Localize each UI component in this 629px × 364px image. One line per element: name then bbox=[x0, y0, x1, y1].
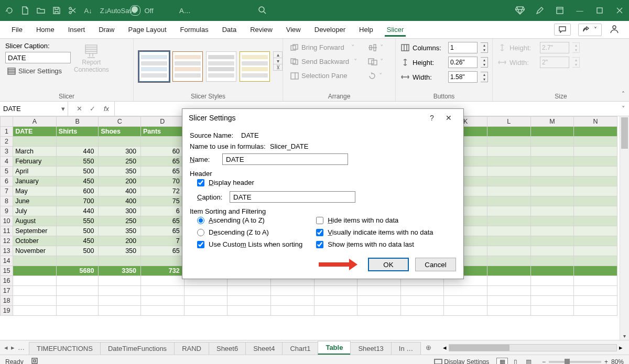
cell[interactable] bbox=[574, 137, 617, 147]
cell[interactable] bbox=[574, 226, 617, 236]
column-header[interactable]: N bbox=[574, 117, 617, 127]
cell[interactable] bbox=[574, 147, 617, 157]
toggle-switch-icon[interactable] bbox=[130, 5, 140, 16]
cell[interactable] bbox=[13, 306, 57, 316]
column-header[interactable]: D bbox=[141, 117, 185, 127]
cell[interactable] bbox=[530, 276, 574, 286]
pen-icon[interactable] bbox=[535, 5, 545, 16]
open-folder-icon[interactable] bbox=[36, 5, 46, 16]
add-sheet-button[interactable]: ⊕ bbox=[420, 344, 437, 351]
slicer-settings-button[interactable]: Slicer Settings bbox=[5, 65, 71, 76]
cell[interactable]: 75 bbox=[141, 196, 185, 206]
button-height-input[interactable] bbox=[448, 57, 478, 68]
sheet-tab[interactable]: In … bbox=[391, 342, 421, 355]
menu-slicer[interactable]: Slicer bbox=[385, 23, 406, 37]
cell[interactable]: 350 bbox=[99, 246, 141, 256]
row-header[interactable]: 18 bbox=[1, 296, 13, 306]
cell[interactable]: August bbox=[13, 216, 57, 226]
cell[interactable] bbox=[184, 296, 227, 306]
sheet-tab[interactable]: Sheet4 bbox=[245, 342, 283, 355]
use-custom-lists-checkbox[interactable]: Use Custom Lists when sorting bbox=[197, 240, 302, 248]
menu-review[interactable]: Review bbox=[248, 23, 275, 37]
cell[interactable] bbox=[530, 286, 574, 296]
row-header[interactable]: 16 bbox=[1, 276, 13, 286]
cell[interactable]: 200 bbox=[99, 236, 141, 246]
cell[interactable]: February bbox=[13, 157, 57, 167]
horizontal-scrollbar[interactable]: ◂ ▸ bbox=[437, 344, 629, 351]
cell[interactable] bbox=[13, 296, 57, 306]
cell[interactable]: 440 bbox=[56, 147, 99, 157]
cell[interactable]: 6 bbox=[141, 206, 185, 216]
cell[interactable]: March bbox=[13, 147, 57, 157]
cell[interactable]: DATE bbox=[13, 127, 57, 137]
account-icon[interactable] bbox=[609, 24, 620, 36]
cell[interactable] bbox=[184, 306, 227, 316]
column-header[interactable]: L bbox=[487, 117, 531, 127]
cell[interactable] bbox=[99, 286, 141, 296]
cell[interactable]: 700 bbox=[56, 196, 99, 206]
cell[interactable]: 600 bbox=[56, 186, 99, 196]
cell[interactable] bbox=[574, 177, 617, 186]
cell[interactable]: 300 bbox=[99, 147, 141, 157]
cell[interactable] bbox=[357, 296, 401, 306]
slicer-caption-input[interactable] bbox=[5, 52, 71, 63]
cell[interactable] bbox=[487, 127, 531, 137]
sheet-tab[interactable]: Chart1 bbox=[282, 342, 318, 355]
spinner-buttons[interactable]: ▴▾ bbox=[481, 42, 488, 53]
cell[interactable] bbox=[141, 296, 185, 306]
sheet-tab[interactable]: Sheet6 bbox=[209, 342, 246, 355]
name-box-dropdown-icon[interactable]: ▾ bbox=[59, 105, 68, 113]
cell[interactable]: 65 bbox=[141, 157, 185, 167]
cell[interactable] bbox=[99, 306, 141, 316]
cell[interactable]: 65 bbox=[141, 246, 185, 256]
cell[interactable] bbox=[574, 296, 617, 306]
sheet-tab[interactable]: Table bbox=[318, 341, 351, 355]
cell[interactable] bbox=[487, 296, 531, 306]
cell[interactable]: 200 bbox=[99, 177, 141, 186]
style-swatch[interactable] bbox=[172, 51, 203, 82]
cell[interactable] bbox=[141, 306, 185, 316]
cell[interactable]: 500 bbox=[56, 167, 99, 177]
cell[interactable] bbox=[56, 286, 99, 296]
style-swatch[interactable] bbox=[206, 51, 236, 82]
window-options-icon[interactable] bbox=[555, 5, 565, 16]
row-header[interactable]: 4 bbox=[1, 157, 13, 167]
cell[interactable] bbox=[487, 236, 531, 246]
column-header[interactable]: B bbox=[56, 117, 99, 127]
scroll-left-icon[interactable]: ◂ bbox=[441, 344, 449, 351]
comments-button[interactable] bbox=[554, 24, 571, 36]
cell[interactable]: 350 bbox=[99, 167, 141, 177]
sort-asc-icon[interactable]: A↓ bbox=[83, 5, 93, 16]
cell[interactable] bbox=[184, 286, 227, 296]
gallery-more-button[interactable]: ▴▾⊻ bbox=[273, 51, 283, 71]
menu-home[interactable]: Home bbox=[34, 23, 57, 37]
column-header[interactable]: A bbox=[13, 117, 57, 127]
sheet-nav-prev-icon[interactable]: ◂ bbox=[4, 344, 8, 351]
column-header[interactable]: M bbox=[530, 117, 574, 127]
menu-data[interactable]: Data bbox=[220, 23, 238, 37]
cell[interactable] bbox=[13, 286, 57, 296]
cell[interactable] bbox=[574, 157, 617, 167]
hide-no-data-checkbox[interactable]: Hide items with no data bbox=[316, 216, 433, 224]
cell[interactable] bbox=[574, 306, 617, 316]
cell[interactable] bbox=[400, 296, 444, 306]
expand-formula-bar-icon[interactable]: ˅ bbox=[617, 105, 629, 113]
normal-view-icon[interactable]: ▦ bbox=[496, 358, 508, 365]
button-width-input[interactable] bbox=[448, 71, 478, 83]
cell[interactable] bbox=[56, 296, 99, 306]
cell[interactable] bbox=[314, 306, 357, 316]
cell[interactable] bbox=[530, 266, 574, 276]
cell[interactable] bbox=[444, 306, 487, 316]
cell[interactable] bbox=[530, 236, 574, 246]
cell[interactable] bbox=[487, 137, 531, 147]
cell[interactable]: 500 bbox=[56, 226, 99, 236]
cancel-entry-icon[interactable]: ✕ bbox=[77, 105, 82, 113]
cell[interactable] bbox=[141, 137, 185, 147]
name-box[interactable]: ▾ bbox=[0, 102, 68, 116]
cell[interactable]: 550 bbox=[56, 157, 99, 167]
cell[interactable]: 250 bbox=[99, 157, 141, 167]
cell[interactable]: 70 bbox=[141, 177, 185, 186]
zoom-out-icon[interactable]: − bbox=[542, 358, 546, 365]
zoom-slider-knob[interactable] bbox=[565, 359, 570, 365]
cell[interactable]: Shoes bbox=[99, 127, 141, 137]
